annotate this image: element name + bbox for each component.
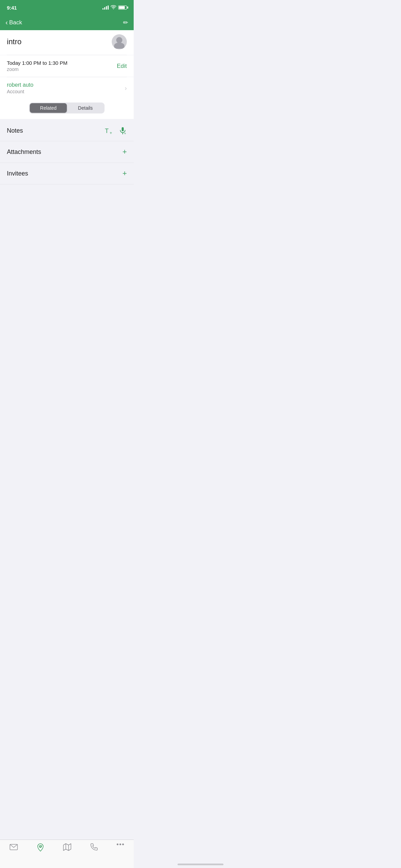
mic-plus-icon[interactable]: + xyxy=(119,126,127,135)
time-info: Today 1:00 PM to 1:30 PM zoom xyxy=(7,60,68,72)
status-icons xyxy=(102,5,127,10)
back-button[interactable]: ‹ Back xyxy=(5,19,22,26)
attachments-label: Attachments xyxy=(7,148,41,156)
svg-text:T: T xyxy=(105,128,109,134)
notes-row: Notes T + + xyxy=(0,120,134,141)
invitees-row: Invitees + xyxy=(0,163,134,184)
add-invitee-button[interactable]: + xyxy=(122,169,127,178)
segmented-container: Related Details xyxy=(0,99,134,119)
event-title: intro xyxy=(7,37,22,46)
notes-actions: T + + xyxy=(105,126,127,135)
time-display: Today 1:00 PM to 1:30 PM xyxy=(7,60,68,66)
status-bar: 9:41 xyxy=(0,0,134,15)
account-name: robert auto xyxy=(7,82,33,88)
svg-rect-2 xyxy=(122,127,124,131)
svg-text:+: + xyxy=(110,131,112,134)
time-row: Today 1:00 PM to 1:30 PM zoom Edit xyxy=(0,55,134,77)
attachments-row: Attachments + xyxy=(0,141,134,163)
wifi-icon xyxy=(111,5,116,10)
chevron-right-icon: › xyxy=(125,85,127,92)
back-label: Back xyxy=(9,19,22,26)
invitees-actions: + xyxy=(122,169,127,178)
tab-details[interactable]: Details xyxy=(67,103,104,113)
details-label: Details xyxy=(78,105,93,111)
event-location: zoom xyxy=(7,67,68,72)
notes-label: Notes xyxy=(7,127,23,134)
battery-icon xyxy=(118,5,127,10)
related-label: Related xyxy=(40,105,57,111)
event-title-row: intro xyxy=(0,30,134,55)
segmented-control: Related Details xyxy=(29,103,105,113)
avatar-person xyxy=(112,34,127,49)
nav-bar: ‹ Back ✏ xyxy=(0,15,134,30)
avatar xyxy=(112,34,127,49)
gray-section: Notes T + + Attachments + xyxy=(0,119,134,184)
invitees-label: Invitees xyxy=(7,170,28,177)
tab-related[interactable]: Related xyxy=(30,103,67,113)
add-attachment-button[interactable]: + xyxy=(122,147,127,156)
status-time: 9:41 xyxy=(7,5,17,11)
svg-text:+: + xyxy=(124,132,126,135)
account-type: Account xyxy=(7,89,33,94)
edit-button[interactable]: Edit xyxy=(117,63,127,70)
avatar-body xyxy=(114,43,124,49)
account-row[interactable]: robert auto Account › xyxy=(0,77,134,99)
account-info: robert auto Account xyxy=(7,82,33,94)
edit-pencil-icon[interactable]: ✏ xyxy=(123,19,128,26)
signal-icon xyxy=(102,5,109,10)
text-plus-icon[interactable]: T + xyxy=(105,127,114,134)
back-chevron-icon: ‹ xyxy=(5,19,8,26)
attachments-actions: + xyxy=(122,147,127,156)
bottom-spacer xyxy=(0,184,134,213)
